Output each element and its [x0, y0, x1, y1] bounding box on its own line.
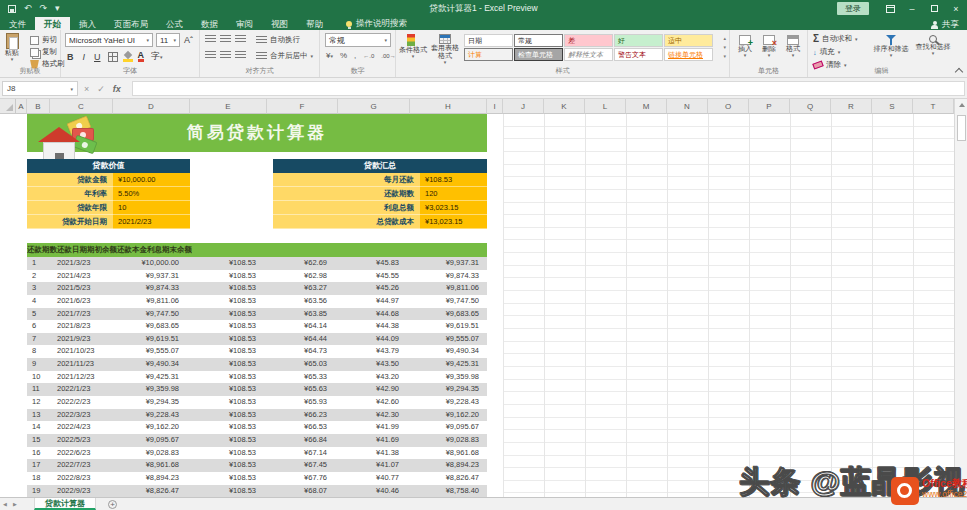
amortization-row[interactable]: 8 2021/10/23 ¥9,555.07 ¥108.53 ¥64.73 ¥4… — [27, 345, 487, 358]
collapse-ribbon-icon[interactable] — [955, 67, 962, 74]
font-size-select[interactable]: 11▾ — [156, 33, 180, 47]
cell-style-chip[interactable]: 警告文本 — [614, 48, 663, 61]
grow-font-icon[interactable]: Aˆ — [182, 35, 195, 45]
sheet-nav-right-icon[interactable]: ▶ — [10, 498, 20, 510]
amortization-row[interactable]: 7 2021/9/23 ¥9,619.51 ¥108.53 ¥64.44 ¥44… — [27, 333, 487, 346]
amortization-row[interactable]: 1 2021/3/23 ¥10,000.00 ¥108.53 ¥62.69 ¥4… — [27, 257, 487, 270]
sheet-nav-left-icon[interactable]: ◀ — [0, 498, 10, 510]
font-family-select[interactable]: Microsoft YaHei UI▾ — [65, 33, 153, 47]
find-select-button[interactable]: 查找和选择▾ — [912, 35, 954, 55]
cell-style-chip[interactable]: 解释性文本 — [564, 48, 613, 61]
tell-me-search[interactable]: 操作说明搜索 — [346, 17, 407, 30]
fill-button[interactable]: ↓ 填充▾ — [813, 47, 840, 57]
redo-icon[interactable]: ↷ — [40, 4, 48, 13]
sort-filter-button[interactable]: 排序和筛选▾ — [870, 35, 912, 57]
column-header[interactable]: F — [267, 99, 338, 114]
column-header[interactable]: T — [913, 99, 954, 114]
column-header[interactable]: N — [667, 99, 708, 114]
undo-icon[interactable]: ↶ — [24, 4, 32, 13]
ribbon-tab[interactable]: 帮助 — [297, 17, 332, 30]
decrease-decimal-icon[interactable]: .00→ — [381, 53, 395, 59]
column-header[interactable]: J — [503, 99, 544, 114]
sheet-tab-active[interactable]: 贷款计算器 — [34, 498, 96, 510]
ribbon-tab[interactable]: 视图 — [262, 17, 297, 30]
phonetic-guide-icon[interactable]: 字▾ — [149, 50, 165, 63]
column-header[interactable]: P — [749, 99, 790, 114]
name-box[interactable]: J8 ▾ — [2, 81, 78, 96]
column-header[interactable]: A — [16, 99, 27, 114]
column-header[interactable]: C — [50, 99, 113, 114]
accounting-format-icon[interactable]: ¥▾ — [326, 51, 333, 60]
align-right-icon[interactable] — [235, 51, 246, 60]
format-cells-button[interactable]: 格式▾ — [782, 35, 804, 57]
vertical-scrollbar[interactable] — [954, 99, 967, 497]
sign-in-button[interactable]: 登录 — [837, 2, 869, 15]
cell-style-chip[interactable]: 适中 — [664, 34, 713, 47]
amortization-row[interactable]: 14 2022/4/23 ¥9,162.20 ¥108.53 ¥66.53 ¥4… — [27, 421, 487, 434]
column-header[interactable]: K — [544, 99, 585, 114]
column-header[interactable]: S — [872, 99, 913, 114]
format-as-table-button[interactable]: 套用表格格式▾ — [429, 34, 461, 64]
loan-value-row[interactable]: 贷款年限 10 — [27, 201, 190, 215]
loan-summary-box[interactable]: 贷款汇总 每月还款 ¥108.53 还款期数 120 利息总额 ¥3,023.1… — [273, 159, 487, 229]
merge-center-button[interactable]: 合并后居中▾ — [256, 51, 313, 61]
cut-button[interactable]: 剪切 — [30, 35, 57, 45]
bold-button[interactable]: B — [65, 52, 76, 62]
amortization-row[interactable]: 5 2021/7/23 ¥9,747.50 ¥108.53 ¥63.85 ¥44… — [27, 308, 487, 321]
cell-style-chip[interactable]: 好 — [614, 34, 663, 47]
cell-style-chip[interactable]: 检查单元格 — [514, 48, 563, 61]
amortization-row[interactable]: 4 2021/6/23 ¥9,811.06 ¥108.53 ¥63.56 ¥44… — [27, 295, 487, 308]
loan-value-row[interactable]: 贷款开始日期 2021/2/23 — [27, 215, 190, 229]
amortization-row[interactable]: 2 2021/4/23 ¥9,937.31 ¥108.53 ¥62.98 ¥45… — [27, 270, 487, 283]
ribbon-tab[interactable]: 审阅 — [227, 17, 262, 30]
italic-button[interactable]: I — [81, 52, 88, 62]
gallery-up-icon[interactable]: ▴ — [723, 35, 726, 41]
save-icon[interactable] — [8, 5, 16, 13]
name-box-caret-icon[interactable]: ▾ — [70, 87, 73, 91]
wrap-text-button[interactable]: 自动换行 — [256, 35, 300, 45]
amortization-table[interactable]: 还款期数还款日期期初余额还款本金利息期末余额 1 2021/3/23 ¥10,0… — [27, 243, 487, 497]
column-header[interactable]: M — [626, 99, 667, 114]
amortization-row[interactable]: 3 2021/5/23 ¥9,874.33 ¥108.53 ¥63.27 ¥45… — [27, 282, 487, 295]
gallery-more-icon[interactable]: ▾ — [723, 53, 726, 59]
ribbon-tab[interactable]: 开始 — [35, 17, 70, 30]
enter-icon[interactable]: ✓ — [97, 84, 105, 94]
cell-style-chip[interactable]: 差 — [564, 34, 613, 47]
amortization-row[interactable]: 19 2022/9/23 ¥8,826.47 ¥108.53 ¥68.07 ¥4… — [27, 485, 487, 497]
column-header[interactable]: L — [585, 99, 626, 114]
insert-cells-button[interactable]: + 插入▾ — [734, 35, 756, 57]
column-header[interactable]: H — [410, 99, 487, 114]
new-sheet-icon[interactable]: + — [108, 500, 117, 509]
column-header[interactable]: G — [338, 99, 410, 114]
minimize-icon[interactable]: – — [901, 0, 923, 17]
cell-style-chip[interactable]: 常规 — [514, 34, 563, 47]
close-icon[interactable]: × — [945, 0, 967, 17]
ribbon-display-options-icon[interactable] — [879, 0, 901, 17]
gallery-down-icon[interactable]: ▾ — [723, 44, 726, 50]
cancel-icon[interactable]: × — [84, 84, 89, 94]
cell-style-chip[interactable]: 日期 — [464, 34, 513, 47]
insert-function-icon[interactable]: fx — [113, 84, 121, 94]
align-center-icon[interactable] — [220, 51, 231, 60]
amortization-row[interactable]: 12 2022/2/23 ¥9,294.35 ¥108.53 ¥65.93 ¥4… — [27, 396, 487, 409]
amortization-row[interactable]: 18 2022/8/23 ¥8,894.23 ¥108.53 ¥67.76 ¥4… — [27, 472, 487, 485]
column-header[interactable]: E — [190, 99, 267, 114]
underline-button[interactable]: U — [92, 52, 103, 62]
amortization-row[interactable]: 16 2022/6/23 ¥9,028.83 ¥108.53 ¥67.14 ¥4… — [27, 447, 487, 460]
conditional-formatting-button[interactable]: 条件格式▾ — [398, 34, 428, 58]
column-header[interactable]: D — [113, 99, 190, 114]
maximize-icon[interactable] — [923, 0, 945, 17]
column-header[interactable]: O — [708, 99, 749, 114]
ribbon-tab[interactable]: 数据 — [192, 17, 227, 30]
autosum-button[interactable]: Σ 自动求和▾ — [813, 34, 858, 44]
amortization-row[interactable]: 10 2021/12/23 ¥9,425.31 ¥108.53 ¥65.33 ¥… — [27, 371, 487, 384]
loan-summary-row[interactable]: 总贷款成本 ¥13,023.15 — [273, 215, 487, 229]
loan-summary-row[interactable]: 还款期数 120 — [273, 187, 487, 201]
amortization-row[interactable]: 15 2022/5/23 ¥9,095.67 ¥108.53 ¥66.84 ¥4… — [27, 434, 487, 447]
align-middle-icon[interactable] — [220, 35, 231, 44]
column-header[interactable]: R — [831, 99, 872, 114]
amortization-row[interactable]: 11 2022/1/23 ¥9,359.98 ¥108.53 ¥65.63 ¥4… — [27, 383, 487, 396]
loan-value-row[interactable]: 贷款金额 ¥10,000.00 — [27, 173, 190, 187]
loan-value-row[interactable]: 年利率 5.50% — [27, 187, 190, 201]
paste-button[interactable]: 粘贴▾ — [5, 33, 19, 61]
